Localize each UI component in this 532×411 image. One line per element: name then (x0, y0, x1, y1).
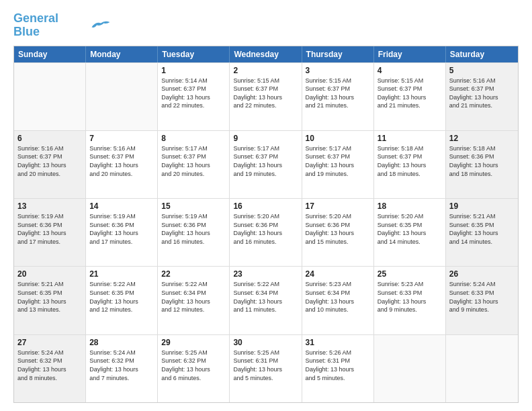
cell-text: Sunrise: 5:23 AM Sunset: 6:33 PM Dayligh… (378, 280, 442, 314)
cal-cell: 13Sunrise: 5:19 AM Sunset: 6:36 PM Dayli… (14, 199, 86, 266)
day-number: 29 (161, 338, 226, 347)
cal-cell: 24Sunrise: 5:23 AM Sunset: 6:34 PM Dayli… (302, 267, 374, 334)
cal-cell: 18Sunrise: 5:20 AM Sunset: 6:35 PM Dayli… (374, 199, 446, 266)
cell-text: Sunrise: 5:16 AM Sunset: 6:37 PM Dayligh… (449, 77, 515, 110)
cell-text: Sunrise: 5:21 AM Sunset: 6:35 PM Dayligh… (449, 212, 515, 246)
cell-text: Sunrise: 5:19 AM Sunset: 6:36 PM Dayligh… (161, 212, 226, 246)
day-number: 1 (161, 66, 226, 75)
cal-cell: 5Sunrise: 5:16 AM Sunset: 6:37 PM Daylig… (446, 63, 518, 130)
cell-text: Sunrise: 5:19 AM Sunset: 6:36 PM Dayligh… (17, 212, 82, 246)
day-number: 13 (17, 201, 82, 211)
cell-text: Sunrise: 5:15 AM Sunset: 6:37 PM Dayligh… (378, 77, 442, 110)
cal-cell: 29Sunrise: 5:25 AM Sunset: 6:32 PM Dayli… (158, 335, 230, 402)
cal-cell: 7Sunrise: 5:16 AM Sunset: 6:37 PM Daylig… (86, 131, 158, 198)
header-cell-saturday: Saturday (446, 46, 518, 62)
cal-cell: 20Sunrise: 5:21 AM Sunset: 6:35 PM Dayli… (14, 267, 86, 334)
day-number: 6 (17, 134, 82, 143)
cal-cell (374, 335, 446, 402)
day-number: 4 (378, 66, 442, 75)
header: General Blue (13, 12, 519, 39)
day-number: 20 (17, 269, 82, 279)
day-number: 16 (233, 201, 298, 211)
cell-text: Sunrise: 5:22 AM Sunset: 6:34 PM Dayligh… (161, 280, 226, 314)
day-number: 2 (233, 66, 298, 75)
cal-cell: 21Sunrise: 5:22 AM Sunset: 6:35 PM Dayli… (86, 267, 158, 334)
day-number: 10 (306, 134, 370, 143)
cell-text: Sunrise: 5:24 AM Sunset: 6:32 PM Dayligh… (89, 349, 154, 382)
cal-cell: 28Sunrise: 5:24 AM Sunset: 6:32 PM Dayli… (86, 335, 158, 402)
week-row-2: 6Sunrise: 5:16 AM Sunset: 6:37 PM Daylig… (14, 130, 518, 198)
day-number: 23 (233, 269, 298, 279)
cell-text: Sunrise: 5:23 AM Sunset: 6:34 PM Dayligh… (306, 280, 370, 314)
day-number: 28 (89, 338, 154, 347)
day-number: 11 (378, 134, 442, 143)
header-cell-monday: Monday (86, 46, 158, 62)
day-number: 27 (17, 338, 82, 347)
logo-general: General (13, 11, 58, 25)
cal-cell: 11Sunrise: 5:18 AM Sunset: 6:37 PM Dayli… (374, 131, 446, 198)
cell-text: Sunrise: 5:18 AM Sunset: 6:37 PM Dayligh… (378, 144, 442, 178)
cal-cell: 4Sunrise: 5:15 AM Sunset: 6:37 PM Daylig… (374, 63, 446, 130)
cell-text: Sunrise: 5:21 AM Sunset: 6:35 PM Dayligh… (17, 280, 82, 314)
week-row-1: 1Sunrise: 5:14 AM Sunset: 6:37 PM Daylig… (14, 62, 518, 130)
cell-text: Sunrise: 5:22 AM Sunset: 6:35 PM Dayligh… (89, 280, 154, 314)
cell-text: Sunrise: 5:14 AM Sunset: 6:37 PM Dayligh… (161, 77, 226, 110)
day-number: 7 (89, 134, 154, 143)
cal-cell (446, 335, 518, 402)
cal-cell (14, 63, 86, 130)
cell-text: Sunrise: 5:16 AM Sunset: 6:37 PM Dayligh… (89, 144, 154, 178)
calendar-header: SundayMondayTuesdayWednesdayThursdayFrid… (14, 46, 518, 62)
cell-text: Sunrise: 5:18 AM Sunset: 6:36 PM Dayligh… (449, 144, 515, 178)
day-number: 30 (233, 338, 298, 347)
cell-text: Sunrise: 5:22 AM Sunset: 6:34 PM Dayligh… (233, 280, 298, 314)
cell-text: Sunrise: 5:25 AM Sunset: 6:32 PM Dayligh… (161, 349, 226, 382)
cell-text: Sunrise: 5:17 AM Sunset: 6:37 PM Dayligh… (233, 144, 298, 178)
cal-cell: 25Sunrise: 5:23 AM Sunset: 6:33 PM Dayli… (374, 267, 446, 334)
cal-cell: 10Sunrise: 5:17 AM Sunset: 6:37 PM Dayli… (302, 131, 374, 198)
day-number: 19 (449, 201, 515, 211)
cal-cell: 12Sunrise: 5:18 AM Sunset: 6:36 PM Dayli… (446, 131, 518, 198)
logo: General Blue (13, 12, 111, 39)
day-number: 5 (449, 66, 515, 75)
week-row-4: 20Sunrise: 5:21 AM Sunset: 6:35 PM Dayli… (14, 266, 518, 334)
logo-text: General (13, 12, 58, 26)
cal-cell (86, 63, 158, 130)
cell-text: Sunrise: 5:20 AM Sunset: 6:36 PM Dayligh… (233, 212, 298, 246)
cell-text: Sunrise: 5:15 AM Sunset: 6:37 PM Dayligh… (306, 77, 370, 110)
week-row-3: 13Sunrise: 5:19 AM Sunset: 6:36 PM Dayli… (14, 198, 518, 266)
logo-bird-icon (91, 18, 111, 30)
calendar: SundayMondayTuesdayWednesdayThursdayFrid… (13, 46, 519, 403)
cell-text: Sunrise: 5:19 AM Sunset: 6:36 PM Dayligh… (89, 212, 154, 246)
cell-text: Sunrise: 5:16 AM Sunset: 6:37 PM Dayligh… (17, 144, 82, 178)
cell-text: Sunrise: 5:24 AM Sunset: 6:32 PM Dayligh… (17, 349, 82, 382)
cal-cell: 23Sunrise: 5:22 AM Sunset: 6:34 PM Dayli… (230, 267, 302, 334)
day-number: 14 (89, 201, 154, 211)
day-number: 3 (306, 66, 370, 75)
cell-text: Sunrise: 5:20 AM Sunset: 6:35 PM Dayligh… (378, 212, 442, 246)
cal-cell: 15Sunrise: 5:19 AM Sunset: 6:36 PM Dayli… (158, 199, 230, 266)
logo-blue: Blue (13, 26, 58, 39)
cal-cell: 26Sunrise: 5:24 AM Sunset: 6:33 PM Dayli… (446, 267, 518, 334)
day-number: 18 (378, 201, 442, 211)
cal-cell: 22Sunrise: 5:22 AM Sunset: 6:34 PM Dayli… (158, 267, 230, 334)
header-cell-friday: Friday (374, 46, 446, 62)
cal-cell: 31Sunrise: 5:26 AM Sunset: 6:31 PM Dayli… (302, 335, 374, 402)
day-number: 15 (161, 201, 226, 211)
cal-cell: 19Sunrise: 5:21 AM Sunset: 6:35 PM Dayli… (446, 199, 518, 266)
day-number: 12 (449, 134, 515, 143)
day-number: 9 (233, 134, 298, 143)
cal-cell: 30Sunrise: 5:25 AM Sunset: 6:31 PM Dayli… (230, 335, 302, 402)
header-cell-sunday: Sunday (14, 46, 86, 62)
day-number: 22 (161, 269, 226, 279)
cal-cell: 17Sunrise: 5:20 AM Sunset: 6:36 PM Dayli… (302, 199, 374, 266)
page: General Blue SundayMondayTuesdayWednesda… (0, 0, 532, 411)
cal-cell: 3Sunrise: 5:15 AM Sunset: 6:37 PM Daylig… (302, 63, 374, 130)
cell-text: Sunrise: 5:20 AM Sunset: 6:36 PM Dayligh… (306, 212, 370, 246)
header-cell-tuesday: Tuesday (158, 46, 230, 62)
day-number: 24 (306, 269, 370, 279)
cell-text: Sunrise: 5:25 AM Sunset: 6:31 PM Dayligh… (233, 349, 298, 382)
cell-text: Sunrise: 5:17 AM Sunset: 6:37 PM Dayligh… (306, 144, 370, 178)
day-number: 31 (306, 338, 370, 347)
cal-cell: 9Sunrise: 5:17 AM Sunset: 6:37 PM Daylig… (230, 131, 302, 198)
cal-cell: 16Sunrise: 5:20 AM Sunset: 6:36 PM Dayli… (230, 199, 302, 266)
